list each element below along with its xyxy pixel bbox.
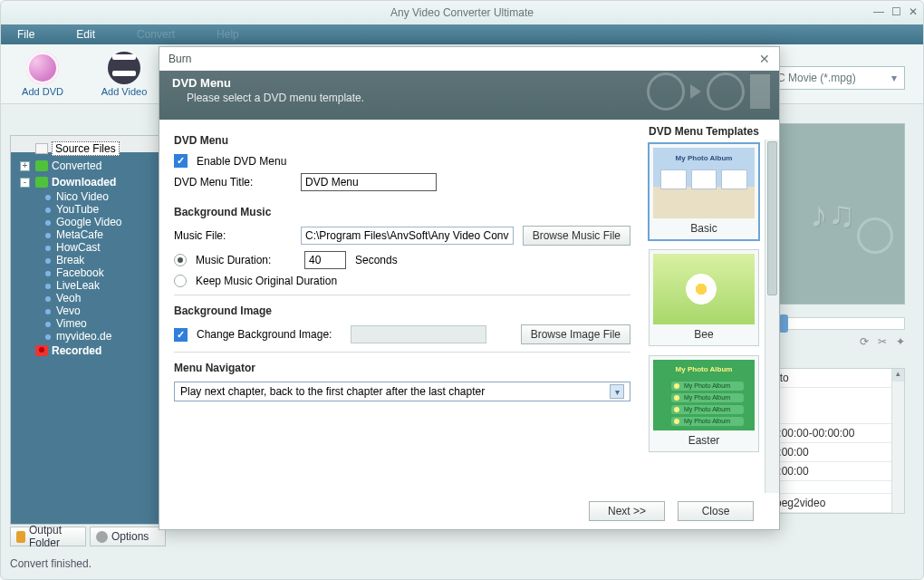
template-basic[interactable]: My Photo Album Basic	[649, 143, 759, 240]
scissors-icon[interactable]: ✂	[878, 335, 887, 348]
main-window: Any Video Converter Ultimate — ☐ ✕ File …	[0, 0, 924, 580]
template-bee[interactable]: Bee	[649, 249, 759, 346]
tree-label: Source Files	[52, 141, 120, 156]
titlebar: Any Video Converter Ultimate — ☐ ✕	[1, 1, 923, 24]
tree-child[interactable]: Facebook	[13, 266, 163, 279]
film-reel-icon	[108, 52, 140, 84]
enable-dvd-checkbox[interactable]: ✓	[174, 154, 188, 168]
add-video-button[interactable]: Add Video	[91, 52, 157, 97]
menu-file[interactable]: File	[17, 28, 34, 41]
output-format-dropdown[interactable]: C Movie (*.mpg) ▾	[769, 66, 905, 90]
tree-child[interactable]: Nico Video	[13, 190, 163, 203]
browse-music-button[interactable]: Browse Music File	[523, 226, 630, 246]
disc-icon	[707, 72, 745, 111]
info-codec: mpeg2video	[761, 494, 904, 512]
film-icon	[750, 74, 770, 109]
close-icon[interactable]: ✕	[909, 5, 918, 18]
navigator-value: Play next chapter, back to the first cha…	[180, 385, 485, 398]
output-format-value: C Movie (*.mpg)	[777, 72, 856, 84]
wand-icon[interactable]: ✦	[896, 335, 905, 348]
label: Output Folder	[29, 524, 80, 549]
rotate-icon[interactable]: ⟳	[860, 335, 869, 348]
tree-child[interactable]: HowCast	[13, 241, 163, 254]
section-bg-image: Background Image	[174, 304, 630, 317]
template-thumbnail: My Photo Album My Photo Album My Photo A…	[653, 360, 755, 430]
dialog-close-icon[interactable]: ✕	[759, 52, 770, 66]
status-text: Convert finished.	[10, 557, 91, 570]
section-bg-music: Background Music	[174, 206, 630, 218]
dialog-titlebar: Burn ✕	[159, 47, 779, 71]
template-caption: Basic	[653, 218, 755, 236]
bg-image-preview	[351, 325, 486, 343]
change-bg-label: Change Background Image:	[197, 328, 342, 341]
seconds-label: Seconds	[355, 254, 398, 266]
template-caption: Bee	[653, 324, 755, 342]
dialog-header: DVD Menu Please select a DVD menu templa…	[159, 71, 779, 120]
template-thumbnail	[653, 254, 755, 324]
tree-recorded[interactable]: Recorded	[13, 343, 163, 359]
info-t1: 00:00:00	[761, 443, 904, 461]
options-button[interactable]: Options	[90, 527, 166, 546]
next-button[interactable]: Next >>	[589, 501, 665, 521]
browse-image-button[interactable]: Browse Image File	[521, 324, 630, 344]
change-bg-checkbox[interactable]: ✓	[174, 328, 188, 342]
scroll-up-icon[interactable]: ▴	[892, 369, 904, 382]
add-dvd-label: Add DVD	[22, 86, 63, 97]
section-navigator: Menu Navigator	[174, 362, 630, 374]
scrollbar-thumb[interactable]	[767, 141, 777, 295]
add-dvd-button[interactable]: Add DVD	[10, 52, 75, 97]
gear-icon	[96, 531, 108, 543]
tree-child[interactable]: Veoh	[13, 292, 163, 304]
dialog-title: Burn	[168, 53, 191, 65]
minimize-icon[interactable]: —	[873, 5, 884, 18]
menu-edit[interactable]: Edit	[76, 28, 95, 41]
tree-source-files[interactable]: Source Files	[13, 140, 163, 158]
tree-converted[interactable]: + Converted	[13, 158, 163, 174]
info-auto: Auto	[761, 369, 904, 387]
slider-knob[interactable]	[779, 314, 788, 333]
tree-child[interactable]: Google Video	[13, 216, 163, 228]
preview-box: ♪♫	[760, 123, 905, 304]
output-folder-button[interactable]: Output Folder	[10, 527, 86, 546]
maximize-icon[interactable]: ☐	[891, 5, 901, 18]
templates-title: DVD Menu Templates	[649, 125, 775, 138]
duration-input[interactable]	[304, 251, 346, 269]
title-label: DVD Menu Title:	[174, 176, 292, 188]
navigator-select[interactable]: Play next chapter, back to the first cha…	[174, 382, 630, 401]
menu-convert[interactable]: Convert	[137, 28, 175, 41]
menubar: File Edit Convert Help	[1, 24, 923, 44]
dvd-title-input[interactable]	[301, 173, 437, 191]
tree-downloaded[interactable]: - Downloaded	[13, 174, 163, 190]
tree-child[interactable]: Vimeo	[13, 317, 163, 330]
template-caption: Easter	[653, 430, 755, 448]
music-note-icon: ♪♫	[810, 194, 855, 235]
arrow-icon	[690, 84, 701, 99]
dvd-disc-icon	[26, 52, 59, 84]
label: Options	[111, 530, 149, 543]
tree-child[interactable]: Break	[13, 254, 163, 266]
tree-child[interactable]: YouTube	[13, 203, 163, 216]
templates-scrollbar[interactable]	[765, 140, 779, 493]
sidebar: Source Files + Converted - Downloaded Ni…	[10, 135, 166, 525]
collapse-icon[interactable]: -	[20, 178, 30, 188]
keep-original-radio[interactable]	[174, 275, 187, 287]
tree-child[interactable]: myvideo.de	[13, 330, 163, 343]
menu-help[interactable]: Help	[217, 28, 239, 41]
close-button[interactable]: Close	[678, 501, 754, 521]
enable-dvd-label: Enable DVD Menu	[197, 155, 286, 168]
page-icon	[35, 143, 48, 154]
music-file-input[interactable]	[301, 227, 514, 245]
tree-child[interactable]: MetaCafe	[13, 228, 163, 241]
expand-icon[interactable]: +	[20, 161, 30, 171]
seek-slider[interactable]	[760, 317, 905, 330]
template-easter[interactable]: My Photo Album My Photo Album My Photo A…	[649, 355, 759, 452]
tree-child[interactable]: LiveLeak	[13, 279, 163, 292]
tree-child[interactable]: Vevo	[13, 304, 163, 317]
folder-icon	[35, 160, 48, 171]
reel-icon	[647, 72, 685, 111]
duration-radio[interactable]	[174, 254, 187, 266]
add-video-label: Add Video	[101, 86, 148, 97]
chevron-down-icon: ▾	[610, 384, 624, 399]
folder-icon	[16, 531, 25, 543]
preview-panel: ♪♫ ⟳ ✂ ✦ Auto 00:00:00-00:00:00 00:00:00…	[760, 123, 905, 514]
